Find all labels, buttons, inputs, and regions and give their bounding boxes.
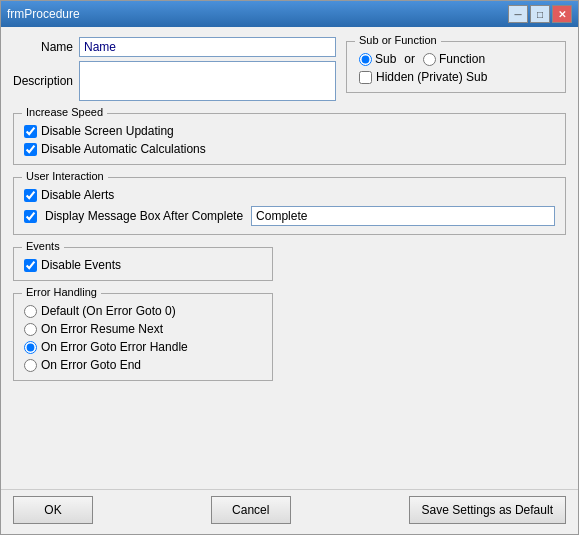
message-value-input[interactable]: [251, 206, 555, 226]
top-row: Name Description Sub or Function Sub or: [13, 37, 566, 101]
error-option-2-text: On Error Goto Error Handle: [41, 340, 188, 354]
sub-radio-label[interactable]: Sub: [359, 52, 396, 66]
disable-events-checkbox[interactable]: [24, 259, 37, 272]
user-interaction-title: User Interaction: [22, 170, 108, 182]
or-label: or: [404, 52, 415, 66]
function-label: Function: [439, 52, 485, 66]
sub-function-group: Sub or Function Sub or Function Hidden (…: [346, 41, 566, 93]
error-option-1-text: On Error Resume Next: [41, 322, 163, 336]
name-input[interactable]: [79, 37, 336, 57]
disable-alerts-label[interactable]: Disable Alerts: [24, 188, 555, 202]
error-option-2-label[interactable]: On Error Goto Error Handle: [24, 340, 262, 354]
name-row: Name: [13, 37, 336, 57]
error-option-0-label[interactable]: Default (On Error Goto 0): [24, 304, 262, 318]
title-bar-buttons: ─ □ ✕: [508, 5, 572, 23]
function-radio[interactable]: [423, 53, 436, 66]
error-option-1-label[interactable]: On Error Resume Next: [24, 322, 262, 336]
sub-radio[interactable]: [359, 53, 372, 66]
disable-calc-text: Disable Automatic Calculations: [41, 142, 206, 156]
desc-label: Description: [13, 74, 73, 88]
disable-screen-checkbox[interactable]: [24, 125, 37, 138]
main-content: Name Description Sub or Function Sub or: [1, 27, 578, 489]
ok-button[interactable]: OK: [13, 496, 93, 524]
name-desc-area: Name Description: [13, 37, 336, 101]
error-radio-2[interactable]: [24, 341, 37, 354]
function-radio-label[interactable]: Function: [423, 52, 485, 66]
error-radio-0[interactable]: [24, 305, 37, 318]
error-handling-group: Error Handling Default (On Error Goto 0)…: [13, 293, 273, 381]
user-interaction-group: User Interaction Disable Alerts Display …: [13, 177, 566, 235]
disable-alerts-checkbox[interactable]: [24, 189, 37, 202]
close-button[interactable]: ✕: [552, 5, 572, 23]
sub-label: Sub: [375, 52, 396, 66]
description-input[interactable]: [79, 61, 336, 101]
hidden-sub-checkbox[interactable]: [359, 71, 372, 84]
disable-events-label[interactable]: Disable Events: [24, 258, 262, 272]
disable-screen-text: Disable Screen Updating: [41, 124, 174, 138]
display-message-row: Display Message Box After Complete: [24, 206, 555, 226]
bottom-buttons: OK Cancel Save Settings as Default: [1, 489, 578, 534]
error-option-3-label[interactable]: On Error Goto End: [24, 358, 262, 372]
increase-speed-group: Increase Speed Disable Screen Updating D…: [13, 113, 566, 165]
error-option-0-text: Default (On Error Goto 0): [41, 304, 176, 318]
display-message-checkbox[interactable]: [24, 210, 37, 223]
display-message-text: Display Message Box After Complete: [45, 209, 243, 223]
desc-row: Description: [13, 61, 336, 101]
hidden-sub-label[interactable]: Hidden (Private) Sub: [359, 70, 553, 84]
title-bar: frmProcedure ─ □ ✕: [1, 1, 578, 27]
error-radio-3[interactable]: [24, 359, 37, 372]
error-handling-title: Error Handling: [22, 286, 101, 298]
events-group: Events Disable Events: [13, 247, 273, 281]
disable-calc-checkbox[interactable]: [24, 143, 37, 156]
events-title: Events: [22, 240, 64, 252]
error-option-3-text: On Error Goto End: [41, 358, 141, 372]
sub-function-radio-row: Sub or Function: [359, 52, 553, 66]
hidden-sub-text: Hidden (Private) Sub: [376, 70, 487, 84]
disable-events-text: Disable Events: [41, 258, 121, 272]
disable-screen-label[interactable]: Disable Screen Updating: [24, 124, 555, 138]
error-radio-1[interactable]: [24, 323, 37, 336]
cancel-button[interactable]: Cancel: [211, 496, 291, 524]
name-label: Name: [13, 40, 73, 54]
minimize-button[interactable]: ─: [508, 5, 528, 23]
disable-alerts-text: Disable Alerts: [41, 188, 114, 202]
main-window: frmProcedure ─ □ ✕ Name Description Sub …: [0, 0, 579, 535]
disable-calc-label[interactable]: Disable Automatic Calculations: [24, 142, 555, 156]
save-default-button[interactable]: Save Settings as Default: [409, 496, 566, 524]
window-title: frmProcedure: [7, 7, 80, 21]
sub-function-title: Sub or Function: [355, 34, 441, 46]
maximize-button[interactable]: □: [530, 5, 550, 23]
increase-speed-title: Increase Speed: [22, 106, 107, 118]
